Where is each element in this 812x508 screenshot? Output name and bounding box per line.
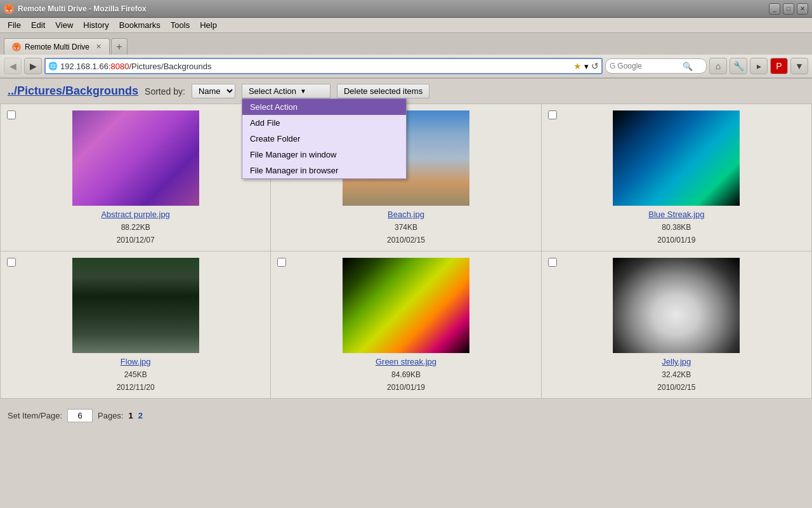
address-port: :8080 — [108, 62, 129, 71]
menu-help[interactable]: Help — [195, 19, 222, 31]
address-icon: 🌐 — [48, 62, 58, 70]
dropdown-arrow-addr[interactable]: ▾ — [584, 62, 589, 71]
file-thumb-3 — [72, 258, 199, 353]
file-date-5: 2010/02/15 — [657, 383, 695, 392]
items-per-page-label: Set Item/Page: — [8, 411, 62, 420]
address-bar[interactable]: 🌐 192.168.1.66:8080/Pictures/Backgrounds… — [44, 58, 603, 74]
file-cell-0: Abstract purple.jpg 88.22KB 2010/12/07 — [1, 104, 271, 251]
file-size-3: 245KB — [124, 370, 147, 379]
menu-file[interactable]: File — [3, 19, 26, 31]
address-host: 192.168.1.66 — [60, 62, 108, 71]
back-button[interactable]: ◀ — [4, 58, 22, 74]
more-button[interactable]: ▼ — [790, 58, 808, 74]
tab-close-button[interactable]: ✕ — [96, 43, 102, 51]
sort-select[interactable]: Name Date Size Type — [192, 84, 235, 98]
pagination: Set Item/Page: Pages: 1 2 — [0, 404, 812, 427]
search-button[interactable]: 🔍 — [683, 62, 693, 71]
forward-button[interactable]: ▶ — [24, 58, 42, 74]
nav-bar: ◀ ▶ 🌐 192.168.1.66:8080/Pictures/Backgro… — [0, 55, 812, 79]
file-checkbox-4[interactable] — [277, 258, 286, 267]
breadcrumb[interactable]: ../Pictures/Backgrounds — [8, 84, 138, 98]
file-name-1[interactable]: Beach.jpg — [388, 210, 424, 219]
file-name-3[interactable]: Flow.jpg — [121, 357, 151, 366]
browser-tab[interactable]: 🦊 Remote Multi Drive ✕ — [4, 38, 110, 55]
file-cell-5: Jelly.jpg 32.42KB 2010/02/15 — [542, 251, 812, 399]
action-dropdown: Select Action Add File Create Folder Fil… — [242, 98, 407, 179]
search-input[interactable] — [617, 62, 681, 70]
content-area: ../Pictures/Backgrounds Sorted by: Name … — [0, 79, 812, 508]
file-cell-3: Flow.jpg 245KB 2012/11/20 — [1, 251, 271, 399]
action-select-container: Select Action ▼ Select Action Add File C… — [242, 84, 331, 98]
menu-tools[interactable]: Tools — [166, 19, 195, 31]
file-date-0: 2010/12/07 — [117, 236, 155, 244]
file-size-2: 80.38KB — [662, 223, 691, 232]
sorted-by-label: Sorted by: — [145, 86, 185, 97]
items-per-page-input[interactable] — [67, 409, 93, 422]
google-icon: G — [610, 62, 615, 70]
refresh-button[interactable]: ↺ — [591, 61, 599, 71]
menu-bar: File Edit View History Bookmarks Tools H… — [0, 18, 812, 33]
title-bar-left: 🦊 Remote Multi Drive - Mozilla Firefox — [4, 4, 147, 14]
tools-button[interactable]: 🔧 — [730, 58, 747, 74]
file-checkbox-0[interactable] — [7, 110, 16, 119]
action-select-button[interactable]: Select Action ▼ — [242, 84, 331, 98]
action-option-fm-window[interactable]: File Manager in window — [242, 147, 406, 163]
action-dropdown-arrow: ▼ — [300, 88, 306, 95]
pages-label: Pages: — [98, 411, 123, 420]
file-date-3: 2012/11/20 — [117, 383, 155, 392]
file-checkbox-5[interactable] — [548, 258, 557, 267]
window-controls: _ □ ✕ — [769, 3, 808, 15]
new-tab-button[interactable]: + — [111, 38, 128, 55]
file-cell-2: Blue Streak.jpg 80.38KB 2010/01/19 — [542, 104, 812, 251]
tab-icon: 🦊 — [12, 43, 21, 51]
menu-edit[interactable]: Edit — [26, 19, 50, 31]
home-button[interactable]: ⌂ — [709, 58, 727, 74]
firefox-icon: 🦊 — [4, 4, 14, 14]
file-date-1: 2010/02/15 — [387, 236, 425, 244]
addon-button[interactable]: P — [770, 58, 788, 74]
delete-selected-button[interactable]: Delete selected items — [337, 84, 429, 98]
action-option-select[interactable]: Select Action — [242, 99, 406, 115]
search-bar[interactable]: G 🔍 — [605, 58, 707, 74]
file-thumb-0 — [72, 110, 199, 206]
address-path: /Pictures/Backgrounds — [129, 62, 211, 71]
close-button[interactable]: ✕ — [797, 3, 808, 15]
file-name-2[interactable]: Blue Streak.jpg — [648, 210, 704, 219]
file-cell-4: Green streak.jpg 84.69KB 2010/01/19 — [271, 251, 541, 399]
tab-label: Remote Multi Drive — [25, 43, 89, 51]
file-thumb-5 — [613, 258, 740, 353]
bookmark-star[interactable]: ★ — [573, 61, 582, 71]
file-date-4: 2010/01/19 — [387, 383, 425, 392]
menu-view[interactable]: View — [50, 19, 78, 31]
menu-history[interactable]: History — [78, 19, 114, 31]
file-name-0[interactable]: Abstract purple.jpg — [101, 210, 169, 219]
browser-window: 🦊 Remote Multi Drive - Mozilla Firefox _… — [0, 0, 812, 508]
file-checkbox-2[interactable] — [548, 110, 557, 119]
action-option-create-folder[interactable]: Create Folder — [242, 131, 406, 147]
title-bar: 🦊 Remote Multi Drive - Mozilla Firefox _… — [0, 0, 812, 18]
page-link-2[interactable]: 2 — [138, 411, 143, 420]
file-size-4: 84.69KB — [391, 370, 421, 379]
file-size-5: 32.42KB — [662, 370, 691, 379]
file-size-0: 88.22KB — [121, 223, 150, 232]
page-link-1[interactable]: 1 — [128, 411, 133, 420]
page-header: ../Pictures/Backgrounds Sorted by: Name … — [0, 79, 812, 104]
window-title: Remote Multi Drive - Mozilla Firefox — [18, 4, 147, 13]
address-text: 192.168.1.66:8080/Pictures/Backgrounds — [60, 62, 571, 71]
file-size-1: 374KB — [395, 223, 417, 232]
file-thumb-2 — [613, 110, 740, 206]
file-name-4[interactable]: Green streak.jpg — [376, 357, 436, 366]
file-checkbox-3[interactable] — [7, 258, 16, 267]
action-option-add-file[interactable]: Add File — [242, 115, 406, 131]
action-select-label: Select Action — [249, 86, 296, 96]
minimize-button[interactable]: _ — [769, 3, 780, 15]
file-date-2: 2010/01/19 — [657, 236, 695, 244]
menu-bookmarks[interactable]: Bookmarks — [114, 19, 166, 31]
file-thumb-4 — [343, 258, 469, 353]
extra-button[interactable]: ▸ — [750, 58, 768, 74]
maximize-button[interactable]: □ — [783, 3, 794, 15]
file-name-5[interactable]: Jelly.jpg — [662, 357, 691, 366]
tab-bar: 🦊 Remote Multi Drive ✕ + — [0, 33, 812, 55]
action-option-fm-browser[interactable]: File Manager in browser — [242, 163, 406, 178]
